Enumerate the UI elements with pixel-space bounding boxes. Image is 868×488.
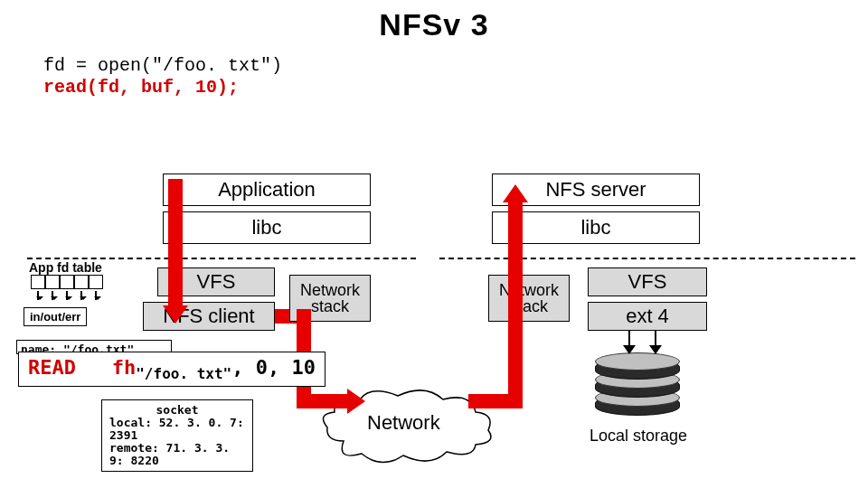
code-line-1: fd = open("/foo. txt") bbox=[43, 55, 868, 77]
fd-table bbox=[31, 275, 103, 289]
dash-server bbox=[439, 258, 855, 259]
dash-client bbox=[27, 258, 416, 259]
diagram-stage: Application libc VFS NFS client Network … bbox=[0, 163, 868, 488]
socket-box: socket local: 52. 3. 0. 7: 2391 remote: … bbox=[101, 399, 253, 472]
code-snippet: fd = open("/foo. txt") read(fd, buf, 10)… bbox=[43, 55, 868, 99]
fd-table-label: App fd table bbox=[29, 260, 102, 275]
in-out-err-box: in/out/err bbox=[24, 307, 87, 326]
network-cloud-label: Network bbox=[367, 411, 440, 435]
page-title: NFSv 3 bbox=[0, 7, 868, 42]
box-server-vfs: VFS bbox=[588, 267, 707, 296]
local-storage-icon bbox=[595, 352, 680, 421]
box-server-netstack: Network stack bbox=[488, 275, 570, 322]
read-packet: READ fh"/foo. txt", 0, 10 bbox=[18, 352, 326, 387]
box-client-libc: libc bbox=[163, 211, 371, 244]
code-line-2: read(fd, buf, 10); bbox=[43, 77, 868, 99]
box-ext4: ext 4 bbox=[588, 302, 707, 331]
box-server-libc: libc bbox=[492, 211, 700, 244]
box-application: Application bbox=[163, 174, 371, 206]
local-storage-label: Local storage bbox=[575, 427, 702, 446]
